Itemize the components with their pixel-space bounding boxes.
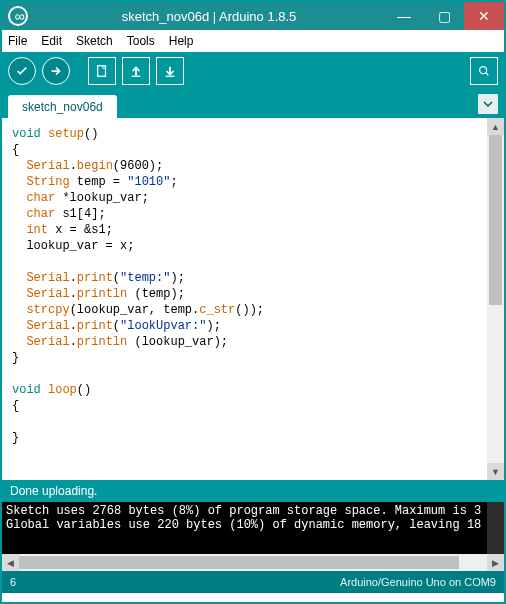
upload-button[interactable] bbox=[42, 57, 70, 85]
menu-help[interactable]: Help bbox=[169, 34, 194, 48]
console-line: Global variables use 220 bytes (10%) of … bbox=[6, 518, 481, 532]
close-button[interactable]: ✕ bbox=[464, 2, 504, 30]
menu-tools[interactable]: Tools bbox=[127, 34, 155, 48]
new-button[interactable] bbox=[88, 57, 116, 85]
scroll-down-button[interactable]: ▼ bbox=[487, 463, 504, 480]
line-number: 6 bbox=[10, 576, 16, 588]
serial-monitor-icon bbox=[477, 64, 491, 78]
tabstrip: sketch_nov06d bbox=[2, 90, 504, 118]
console-horizontal-scrollbar[interactable]: ◀ ▶ bbox=[2, 554, 504, 571]
menu-sketch[interactable]: Sketch bbox=[76, 34, 113, 48]
titlebar: sketch_nov06d | Arduino 1.8.5 — ▢ ✕ bbox=[2, 2, 504, 30]
maximize-button[interactable]: ▢ bbox=[424, 2, 464, 30]
open-button[interactable] bbox=[122, 57, 150, 85]
scroll-track[interactable] bbox=[19, 554, 487, 571]
verify-button[interactable] bbox=[8, 57, 36, 85]
save-button[interactable] bbox=[156, 57, 184, 85]
console-vertical-scrollbar[interactable] bbox=[487, 502, 504, 554]
status-bar: Done uploading. bbox=[2, 480, 504, 502]
menu-edit[interactable]: Edit bbox=[41, 34, 62, 48]
menubar: File Edit Sketch Tools Help bbox=[2, 30, 504, 52]
code-editor[interactable]: void setup() { Serial.begin(9600); Strin… bbox=[2, 118, 504, 480]
menu-file[interactable]: File bbox=[8, 34, 27, 48]
window-title: sketch_nov06d | Arduino 1.8.5 bbox=[34, 9, 384, 24]
chevron-down-icon bbox=[483, 99, 493, 109]
arrow-down-icon bbox=[163, 64, 177, 78]
code-content[interactable]: void setup() { Serial.begin(9600); Strin… bbox=[2, 118, 504, 454]
scroll-left-button[interactable]: ◀ bbox=[2, 554, 19, 571]
board-port-info: Arduino/Genuino Uno on COM9 bbox=[340, 576, 496, 588]
status-message: Done uploading. bbox=[10, 484, 97, 498]
scroll-thumb[interactable] bbox=[19, 556, 459, 569]
arrow-up-icon bbox=[129, 64, 143, 78]
svg-point-1 bbox=[480, 67, 487, 74]
new-file-icon bbox=[95, 64, 109, 78]
console-line: Sketch uses 2768 bytes (8%) of program s… bbox=[6, 504, 481, 518]
tab-sketch[interactable]: sketch_nov06d bbox=[8, 95, 117, 118]
tab-menu-button[interactable] bbox=[478, 94, 498, 114]
toolbar bbox=[2, 52, 504, 90]
scroll-up-button[interactable]: ▲ bbox=[487, 118, 504, 135]
serial-monitor-button[interactable] bbox=[470, 57, 498, 85]
arduino-logo-icon bbox=[8, 6, 28, 26]
svg-rect-0 bbox=[98, 66, 106, 77]
minimize-button[interactable]: — bbox=[384, 2, 424, 30]
scroll-right-button[interactable]: ▶ bbox=[487, 554, 504, 571]
editor-vertical-scrollbar[interactable]: ▲ ▼ bbox=[487, 118, 504, 480]
footer-bar: 6 Arduino/Genuino Uno on COM9 bbox=[2, 571, 504, 593]
scroll-thumb[interactable] bbox=[489, 135, 502, 305]
check-icon bbox=[15, 64, 29, 78]
arrow-right-icon bbox=[49, 64, 63, 78]
console-output[interactable]: Sketch uses 2768 bytes (8%) of program s… bbox=[2, 502, 504, 554]
